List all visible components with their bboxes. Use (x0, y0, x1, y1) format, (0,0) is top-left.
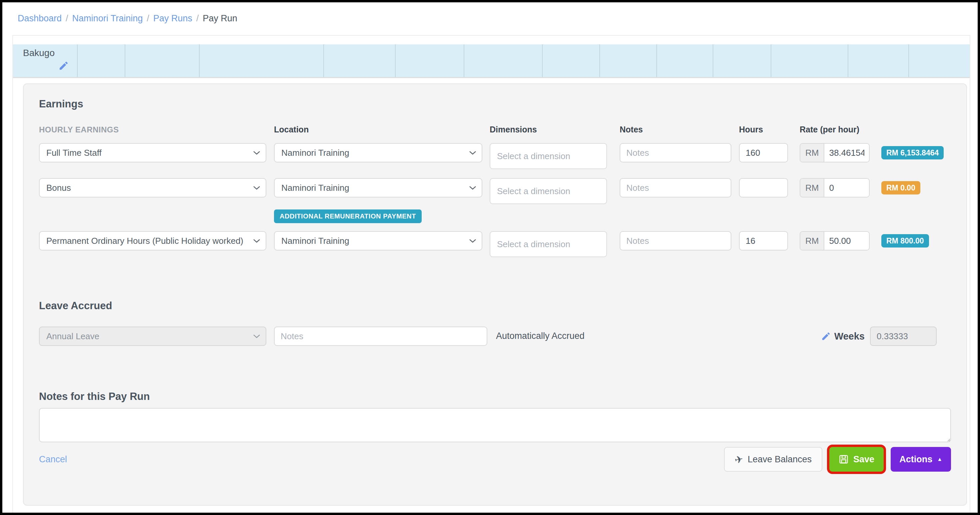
weeks-value-input (870, 327, 937, 346)
earnings-type-select[interactable]: Bonus (39, 178, 266, 198)
rate-input[interactable] (824, 232, 869, 250)
leave-accrued-section-title: Leave Accrued (39, 300, 951, 312)
footer-actions: Cancel ✈ Leave Balances Save (39, 447, 951, 472)
employee-strip-cell (600, 45, 657, 77)
leave-balances-button[interactable]: ✈ Leave Balances (724, 447, 822, 472)
leave-type-value: Annual Leave (46, 331, 99, 341)
chevron-down-icon (469, 186, 476, 190)
dimension-placeholder: Select a dimension (497, 239, 570, 249)
earnings-row: Bonus Naminori Training Select a dimensi… (39, 178, 951, 204)
notes-input[interactable] (620, 178, 731, 198)
actions-button[interactable]: Actions ▲ (891, 447, 951, 472)
rate-input-group: RM (800, 231, 870, 250)
actions-label: Actions (899, 454, 932, 465)
earnings-row: Full Time Staff Naminori Training Select… (39, 143, 951, 169)
dimensions-column-label: Dimensions (490, 125, 607, 134)
additional-remuneration-tag: ADDITIONAL REMUNERATION PAYMENT (274, 209, 422, 223)
chevron-down-icon (253, 334, 260, 338)
save-button[interactable]: Save (829, 447, 884, 472)
save-label: Save (853, 454, 874, 465)
leave-type-select: Annual Leave (39, 327, 266, 346)
employee-strip-cell (713, 45, 772, 77)
earnings-type-select[interactable]: Permanent Ordinary Hours (Public Holiday… (39, 231, 266, 250)
page-body: Bakugo Earnin (12, 35, 970, 513)
employee-strip-cell (324, 45, 396, 77)
earnings-type-select[interactable]: Full Time Staff (39, 143, 266, 163)
dimension-select[interactable]: Select a dimension (490, 231, 607, 257)
cancel-link[interactable]: Cancel (39, 454, 67, 465)
plane-icon: ✈ (733, 453, 744, 466)
employee-strip-cell (125, 45, 200, 77)
rate-input[interactable] (824, 179, 869, 197)
edit-employee-button[interactable] (58, 61, 69, 71)
rate-input-group: RM (800, 178, 870, 198)
pay-run-detail-card: Earnings HOURLY EARNINGS Location Dimens… (23, 83, 967, 505)
hours-input[interactable] (739, 178, 788, 198)
chevron-down-icon (469, 239, 476, 243)
leave-notes-input[interactable] (274, 327, 487, 346)
employee-name: Bakugo (23, 48, 77, 58)
employee-strip-cell (396, 45, 465, 77)
rate-input[interactable] (824, 144, 869, 162)
dimension-select[interactable]: Select a dimension (490, 143, 607, 169)
employee-strip-cell (772, 45, 848, 77)
hours-column-label: Hours (739, 125, 788, 134)
save-floppy-icon (838, 454, 849, 464)
earnings-column-headers: HOURLY EARNINGS Location Dimensions Note… (39, 125, 951, 134)
weeks-group: Weeks (821, 327, 937, 346)
chevron-down-icon (253, 186, 260, 190)
edit-weeks-button[interactable] (821, 331, 831, 341)
caret-up-icon: ▲ (937, 456, 942, 462)
location-value: Naminori Training (282, 236, 349, 246)
earnings-section-title: Earnings (39, 98, 951, 110)
pay-run-notes-textarea[interactable] (39, 408, 951, 442)
employee-strip-cell (78, 45, 125, 77)
employee-strip-cell (200, 45, 324, 77)
line-total-badge: RM 800.00 (881, 234, 929, 247)
employee-strip-cell (848, 45, 909, 77)
pencil-icon (821, 331, 831, 341)
rate-input-group: RM (800, 143, 870, 163)
chevron-down-icon (253, 151, 260, 155)
location-select[interactable]: Naminori Training (274, 178, 482, 198)
location-value: Naminori Training (282, 183, 349, 193)
currency-prefix: RM (800, 144, 824, 162)
notes-column-label: Notes (620, 125, 731, 134)
dimension-select[interactable]: Select a dimension (490, 178, 607, 204)
dimension-placeholder: Select a dimension (497, 186, 570, 196)
location-select[interactable]: Naminori Training (274, 231, 482, 250)
employee-strip-cell (909, 45, 970, 77)
location-select[interactable]: Naminori Training (274, 143, 482, 163)
earnings-type-value: Full Time Staff (46, 148, 102, 158)
employee-strip-cell (465, 45, 542, 77)
pay-run-page: Dashboard / Naminori Training / Pay Runs… (0, 0, 980, 515)
breadcrumb-current-pay-run: Pay Run (203, 13, 237, 24)
earnings-type-value: Permanent Ordinary Hours (Public Holiday… (46, 236, 243, 246)
pencil-icon (58, 61, 69, 71)
hours-input[interactable] (739, 231, 788, 250)
breadcrumb-business[interactable]: Naminori Training (72, 13, 143, 24)
employee-strip-cell (657, 45, 713, 77)
line-total-badge: RM 6,153.8464 (881, 146, 943, 159)
leave-balances-label: Leave Balances (748, 454, 812, 465)
hourly-earnings-label: HOURLY EARNINGS (39, 125, 266, 134)
breadcrumb-dashboard[interactable]: Dashboard (18, 13, 62, 24)
notes-input[interactable] (620, 231, 731, 250)
employee-strip-cell (542, 45, 600, 77)
breadcrumb-separator: / (196, 13, 199, 24)
weeks-label: Weeks (834, 331, 865, 342)
breadcrumb: Dashboard / Naminori Training / Pay Runs… (2, 2, 978, 34)
location-column-label: Location (274, 125, 482, 134)
earnings-row: Permanent Ordinary Hours (Public Holiday… (39, 231, 951, 257)
chevron-down-icon (253, 239, 260, 243)
notes-input[interactable] (620, 143, 731, 163)
breadcrumb-separator: / (66, 13, 68, 24)
location-value: Naminori Training (282, 148, 349, 158)
breadcrumb-pay-runs[interactable]: Pay Runs (153, 13, 192, 24)
currency-prefix: RM (800, 179, 824, 197)
hours-input[interactable] (739, 143, 788, 163)
breadcrumb-separator: / (147, 13, 150, 24)
accrual-method-text: Automatically Accrued (496, 327, 585, 341)
chevron-down-icon (469, 151, 476, 155)
rate-column-label: Rate (per hour) (800, 125, 870, 134)
